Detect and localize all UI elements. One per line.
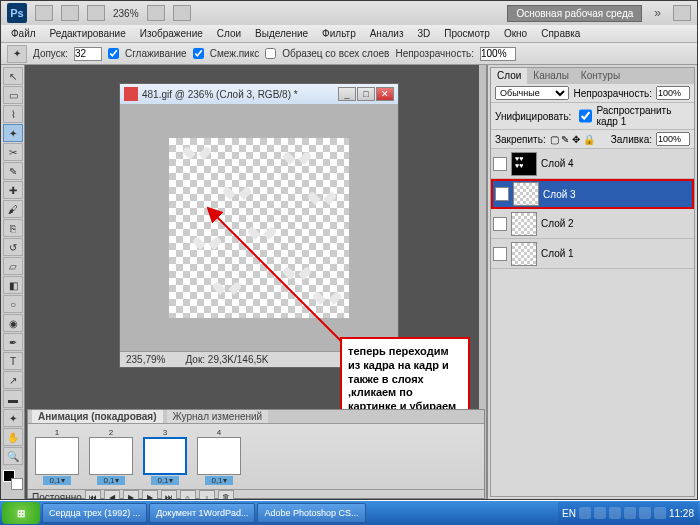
new-frame-button[interactable]: ▫ (199, 490, 215, 499)
tolerance-input[interactable] (74, 47, 102, 61)
minibridge-icon[interactable] (61, 5, 79, 21)
clock[interactable]: 11:28 (669, 508, 694, 519)
zoom-tool[interactable]: 🔍 (3, 447, 23, 465)
stamp-tool[interactable]: ⎘ (3, 219, 23, 237)
tab-animation[interactable]: Анимация (покадровая) (32, 410, 163, 423)
move-tool[interactable]: ↖ (3, 67, 23, 85)
layer-thumbnail[interactable] (511, 152, 537, 176)
opacity-input[interactable] (480, 47, 516, 61)
history-brush-tool[interactable]: ↺ (3, 238, 23, 256)
layer-thumbnail[interactable] (511, 212, 537, 236)
wand-tool[interactable]: ✦ (3, 124, 23, 142)
visibility-icon[interactable] (493, 247, 507, 261)
menu-select[interactable]: Выделение (249, 26, 314, 41)
start-button[interactable]: ⊞ (2, 502, 40, 524)
tab-history[interactable]: Журнал изменений (167, 410, 269, 423)
gradient-tool[interactable]: ◧ (3, 276, 23, 294)
workspace-button[interactable]: Основная рабочая среда (507, 5, 642, 22)
menu-edit[interactable]: Редактирование (44, 26, 132, 41)
tray-icon[interactable] (609, 507, 621, 519)
loop-select[interactable]: Постоянно (32, 492, 82, 500)
tray-icon[interactable] (594, 507, 606, 519)
chevron-right-icon[interactable]: » (650, 6, 665, 20)
next-frame-button[interactable]: ▶ (142, 490, 158, 499)
canvas-content[interactable] (169, 138, 349, 318)
tray-icon[interactable] (579, 507, 591, 519)
layer-row[interactable]: 👁Слой 3 (491, 179, 694, 209)
eyedropper-tool[interactable]: ✎ (3, 162, 23, 180)
search-icon[interactable] (673, 5, 691, 21)
tray-icon[interactable] (654, 507, 666, 519)
brush-tool[interactable]: 🖌 (3, 200, 23, 218)
close-button[interactable]: ✕ (376, 87, 394, 101)
zoom-level[interactable]: 236% (113, 8, 139, 19)
menu-layers[interactable]: Слои (211, 26, 247, 41)
animation-frame[interactable]: 40,1▾ (194, 428, 244, 485)
menu-view[interactable]: Просмотр (438, 26, 496, 41)
eraser-tool[interactable]: ▱ (3, 257, 23, 275)
contiguous-checkbox[interactable] (193, 48, 204, 59)
shape-tool[interactable]: ▬ (3, 390, 23, 408)
animation-frame[interactable]: 30,1▾ (140, 428, 190, 485)
bridge-icon[interactable] (35, 5, 53, 21)
maximize-button[interactable]: □ (357, 87, 375, 101)
tween-button[interactable]: ⟐ (180, 490, 196, 499)
antialias-checkbox[interactable] (108, 48, 119, 59)
heal-tool[interactable]: ✚ (3, 181, 23, 199)
fill-input[interactable] (656, 132, 690, 146)
blend-mode-select[interactable]: Обычные (495, 86, 569, 100)
lasso-tool[interactable]: ⌇ (3, 105, 23, 123)
all-layers-checkbox[interactable] (265, 48, 276, 59)
arrange-icon[interactable] (173, 5, 191, 21)
document-titlebar[interactable]: 481.gif @ 236% (Слой 3, RGB/8) * _ □ ✕ (120, 84, 398, 104)
taskbar-item[interactable]: Сердца трех (1992) ... (42, 503, 147, 523)
pen-tool[interactable]: ✒ (3, 333, 23, 351)
tab-paths[interactable]: Контуры (575, 68, 626, 84)
first-frame-button[interactable]: ⏮ (85, 490, 101, 499)
tray-icon[interactable] (639, 507, 651, 519)
menu-filter[interactable]: Фильтр (316, 26, 362, 41)
menu-help[interactable]: Справка (535, 26, 586, 41)
layer-row[interactable]: Слой 4 (491, 149, 694, 179)
dodge-tool[interactable]: ◉ (3, 314, 23, 332)
layer-row[interactable]: Слой 1 (491, 239, 694, 269)
layer-row[interactable]: Слой 2 (491, 209, 694, 239)
layer-thumbnail[interactable] (513, 182, 539, 206)
color-swatches[interactable] (3, 470, 23, 490)
delete-frame-button[interactable]: 🗑 (218, 490, 234, 499)
blur-tool[interactable]: ○ (3, 295, 23, 313)
layer-thumbnail[interactable] (511, 242, 537, 266)
menu-file[interactable]: Файл (5, 26, 42, 41)
prev-frame-button[interactable]: ◀ (104, 490, 120, 499)
layer-opacity-input[interactable] (656, 86, 690, 100)
visibility-icon[interactable] (493, 157, 507, 171)
marquee-tool[interactable]: ▭ (3, 86, 23, 104)
language-indicator[interactable]: EN (562, 508, 576, 519)
3d-tool[interactable]: ✦ (3, 409, 23, 427)
taskbar-item[interactable]: Документ 1WordPad... (149, 503, 255, 523)
last-frame-button[interactable]: ⏭ (161, 490, 177, 499)
minimize-button[interactable]: _ (338, 87, 356, 101)
type-tool[interactable]: T (3, 352, 23, 370)
menu-window[interactable]: Окно (498, 26, 533, 41)
path-tool[interactable]: ↗ (3, 371, 23, 389)
visibility-icon[interactable] (493, 217, 507, 231)
hand-icon[interactable] (147, 5, 165, 21)
tab-channels[interactable]: Каналы (527, 68, 575, 84)
document-canvas[interactable] (120, 104, 398, 351)
play-button[interactable]: ▶ (123, 490, 139, 499)
hand-tool[interactable]: ✋ (3, 428, 23, 446)
visibility-icon[interactable]: 👁 (495, 187, 509, 201)
propagate-checkbox[interactable] (579, 109, 592, 123)
screen-mode-icon[interactable] (87, 5, 105, 21)
animation-frame[interactable]: 10,1▾ (32, 428, 82, 485)
menu-3d[interactable]: 3D (411, 26, 436, 41)
menu-image[interactable]: Изображение (134, 26, 209, 41)
lock-icons[interactable]: ▢ ✎ ✥ 🔒 (550, 134, 595, 145)
animation-frame[interactable]: 20,1▾ (86, 428, 136, 485)
crop-tool[interactable]: ✂ (3, 143, 23, 161)
menu-analysis[interactable]: Анализ (364, 26, 410, 41)
taskbar-item[interactable]: Adobe Photoshop CS... (257, 503, 365, 523)
tab-layers[interactable]: Слои (491, 68, 527, 84)
tray-icon[interactable] (624, 507, 636, 519)
